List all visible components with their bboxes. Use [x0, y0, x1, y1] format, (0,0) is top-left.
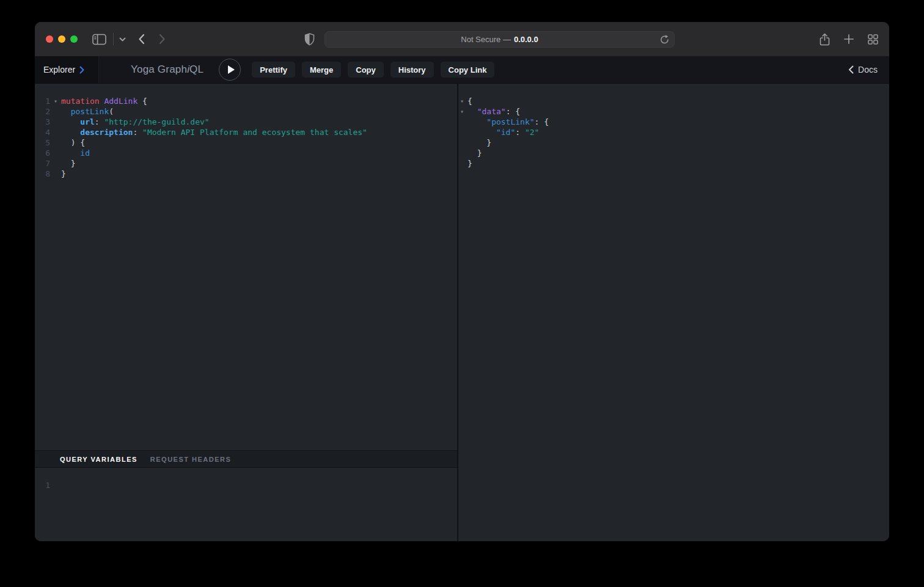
code-text: } [61, 169, 66, 179]
explorer-toggle[interactable]: Explorer [35, 56, 99, 83]
code-line: 8} [35, 169, 457, 179]
code-text: postLink( [61, 106, 114, 117]
code-text: "data": { [468, 106, 520, 117]
new-tab-icon[interactable] [844, 34, 854, 44]
line-number: 8 [35, 169, 50, 179]
execute-query-button[interactable] [219, 59, 241, 81]
docs-toggle[interactable]: Docs [848, 65, 889, 75]
back-button[interactable] [138, 34, 145, 45]
line-number: 5 [35, 137, 50, 148]
code-text: } [468, 137, 491, 148]
code-text: id [61, 148, 90, 158]
code-line: 1▾mutation AddLink { [35, 96, 457, 106]
fold-gutter [458, 158, 468, 169]
fold-gutter [50, 158, 61, 169]
fold-gutter [50, 106, 61, 117]
secondary-editor-tabs: QUERY VARIABLES REQUEST HEADERS [35, 450, 457, 468]
line-number: 3 [35, 117, 50, 127]
code-text: } [468, 158, 472, 169]
code-line: ▾ "data": { [458, 106, 889, 117]
chrome-center: Not Secure —0.0.0.0 [166, 31, 813, 48]
code-text: description: "Modern API Platform and ec… [61, 127, 367, 137]
code-text: ) { [61, 137, 85, 148]
code-line: 7 } [35, 158, 457, 169]
copy-link-button[interactable]: Copy Link [441, 62, 495, 78]
code-line: } [458, 137, 889, 148]
fold-gutter [50, 137, 61, 148]
history-button[interactable]: History [391, 62, 434, 78]
copy-button[interactable]: Copy [348, 62, 384, 78]
forward-button[interactable] [159, 34, 166, 45]
code-line: "postLink": { [458, 117, 889, 127]
play-icon [228, 65, 235, 74]
fold-gutter [458, 137, 468, 148]
code-line: } [458, 158, 889, 169]
code-line: 1 [35, 480, 457, 490]
code-text: { [468, 96, 472, 106]
share-icon[interactable] [820, 33, 830, 46]
chrome-nav-group [92, 33, 166, 45]
code-line: 5 ) { [35, 137, 457, 148]
fold-arrow-icon[interactable]: ▾ [458, 106, 468, 117]
fold-gutter [50, 127, 61, 137]
graphiql-toolbar: Explorer Yoga GraphiQL Prettify Merge Co… [35, 56, 889, 84]
minimize-button[interactable] [58, 35, 65, 43]
tab-request-headers[interactable]: REQUEST HEADERS [150, 456, 232, 463]
toolbar-buttons: Prettify Merge Copy History Copy Link [252, 62, 494, 78]
close-button[interactable] [46, 35, 53, 43]
line-number: 7 [35, 158, 50, 169]
fold-gutter [458, 117, 468, 127]
line-number: 4 [35, 127, 50, 137]
fold-gutter [50, 148, 61, 158]
tab-query-variables[interactable]: QUERY VARIABLES [60, 456, 138, 463]
code-line: 3 url: "http://the-guild.dev" [35, 117, 457, 127]
code-text: url: "http://the-guild.dev" [61, 117, 210, 127]
chevron-down-icon[interactable] [119, 37, 126, 42]
browser-chrome: Not Secure —0.0.0.0 [35, 22, 889, 56]
result-viewer: ▾{▾ "data": { "postLink": { "id": "2" } … [458, 84, 889, 541]
code-text: } [61, 158, 75, 169]
code-text: "id": "2" [468, 127, 539, 137]
line-number: 2 [35, 106, 50, 117]
browser-window: Not Secure —0.0.0.0 [35, 22, 889, 541]
docs-label: Docs [858, 65, 878, 75]
chevron-left-icon [848, 65, 854, 74]
line-number: 1 [35, 96, 50, 106]
query-variables-editor[interactable]: 1 [35, 468, 457, 541]
url-host: 0.0.0.0 [514, 35, 538, 44]
code-line: 6 id [35, 148, 457, 158]
line-number: 6 [35, 148, 50, 158]
app-logo: Yoga GraphiQL [131, 64, 204, 76]
chevron-right-icon [79, 66, 84, 74]
fold-gutter [458, 148, 468, 158]
chrome-right-group [820, 33, 878, 46]
fold-arrow-icon[interactable]: ▾ [458, 96, 468, 106]
code-line: 4 description: "Modern API Platform and … [35, 127, 457, 137]
main-area: 1▾mutation AddLink {2 postLink(3 url: "h… [35, 84, 889, 541]
fold-gutter [458, 127, 468, 137]
reload-icon[interactable] [660, 35, 669, 45]
zoom-button[interactable] [70, 35, 78, 43]
code-text: mutation AddLink { [61, 96, 147, 106]
prettify-button[interactable]: Prettify [252, 62, 295, 78]
code-text: "postLink": { [468, 117, 549, 127]
sidebar-icon[interactable] [92, 34, 106, 45]
privacy-shield-icon[interactable] [304, 33, 315, 46]
merge-button[interactable]: Merge [302, 62, 341, 78]
fold-gutter [50, 117, 61, 127]
address-bar[interactable]: Not Secure —0.0.0.0 [324, 31, 675, 48]
line-number: 1 [35, 480, 50, 490]
code-line: } [458, 148, 889, 158]
tab-overview-icon[interactable] [868, 34, 878, 45]
code-line: "id": "2" [458, 127, 889, 137]
fold-arrow-icon[interactable]: ▾ [50, 96, 61, 106]
code-line: ▾{ [458, 96, 889, 106]
security-label: Not Secure — [461, 35, 511, 44]
chrome-divider [113, 33, 114, 45]
fold-gutter [50, 169, 61, 179]
query-editor[interactable]: 1▾mutation AddLink {2 postLink(3 url: "h… [35, 84, 457, 450]
explorer-label: Explorer [43, 65, 75, 75]
code-text: } [468, 148, 482, 158]
window-controls [46, 35, 78, 43]
code-line: 2 postLink( [35, 106, 457, 117]
